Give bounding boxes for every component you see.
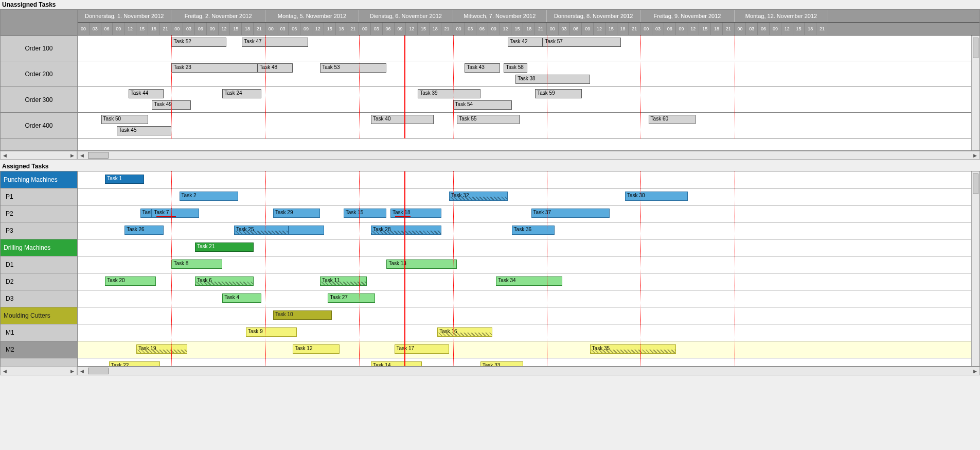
gantt-row[interactable]: Task 4Task 27 — [78, 290, 979, 307]
task-bar[interactable]: Task 21 — [195, 243, 254, 252]
hour-tick: 15 — [418, 23, 430, 35]
hour-tick: 21 — [441, 23, 453, 35]
hour-tick: 21 — [347, 23, 359, 35]
hour-tick: 15 — [230, 23, 242, 35]
hour-tick: 06 — [289, 23, 300, 35]
task-bar[interactable]: Task 57 — [543, 38, 621, 47]
task-bar[interactable]: Task 12 — [293, 344, 340, 354]
task-bar[interactable]: Task 44 — [129, 89, 164, 98]
task-bar[interactable]: Task 22 — [109, 361, 160, 366]
resource-row-label[interactable]: D2 — [1, 273, 77, 290]
order-row-label[interactable]: Order 300 — [1, 87, 77, 113]
hscroll-right-assigned[interactable]: ◀▶ — [77, 367, 980, 375]
gantt-row[interactable]: Task 8Task 13 — [78, 256, 979, 273]
task-bar[interactable]: Task 50 — [101, 115, 148, 124]
task-bar[interactable]: Task 9 — [246, 327, 297, 337]
task-bar[interactable]: Task 45 — [117, 126, 171, 135]
task-bar[interactable]: Task 7 — [152, 209, 199, 218]
task-bar[interactable]: Task 28 — [371, 226, 441, 235]
hscroll-left-unassigned[interactable]: ◀▶ — [0, 151, 77, 160]
gantt-row[interactable]: Task 21 — [78, 239, 979, 256]
gantt-row[interactable]: Task 10 — [78, 307, 979, 324]
task-bar[interactable]: Task 59 — [535, 89, 582, 98]
task-bar[interactable]: Task 10 — [273, 310, 332, 320]
task-bar[interactable]: Task 35 — [590, 344, 676, 354]
task-bar[interactable]: Task 60 — [649, 115, 696, 124]
task-bar[interactable]: Task 4 — [222, 293, 261, 303]
day-header-cell: Donnerstag, 1. November 2012 — [78, 10, 171, 22]
vscroll-unassigned[interactable] — [971, 36, 979, 150]
resource-row-label[interactable]: D3 — [1, 290, 77, 307]
task-bar[interactable]: Task 14 — [371, 361, 422, 366]
vscroll-assigned[interactable] — [971, 171, 979, 366]
task-bar[interactable]: Task 26 — [124, 226, 164, 235]
task-bar[interactable]: Task 16 — [437, 327, 492, 337]
resource-group-label[interactable]: Drilling Machines — [1, 239, 77, 256]
task-bar[interactable]: Task 17 — [395, 344, 449, 354]
task-bar[interactable]: Task 48 — [258, 63, 293, 73]
task-bar[interactable]: Task 20 — [105, 276, 156, 286]
gantt-row[interactable]: Task 26Task 25Task 28Task 36 — [78, 222, 979, 239]
task-bar[interactable]: Task 53 — [320, 63, 386, 73]
resource-row-label[interactable]: D1 — [1, 256, 77, 273]
order-row-label[interactable]: Order 400 — [1, 113, 77, 139]
task-bar[interactable]: Task 8 — [171, 259, 222, 269]
resource-row-label[interactable]: M2 — [1, 341, 77, 358]
gantt-row[interactable]: Task 2Task 32Task 30 — [78, 188, 979, 205]
task-bar[interactable]: Task 33 — [480, 361, 524, 366]
task-bar[interactable]: Task 58 — [504, 63, 527, 73]
gantt-row[interactable]: Task 22Task 14Task 33 — [78, 358, 979, 366]
task-bar[interactable]: Task 23 — [171, 63, 257, 73]
task-bar[interactable] — [289, 226, 324, 235]
task-bar[interactable]: Task 47 — [242, 38, 308, 47]
task-bar[interactable]: Task 19 — [136, 344, 187, 354]
order-row-label[interactable]: Order 200 — [1, 61, 77, 87]
order-row-label[interactable]: Order 100 — [1, 36, 77, 61]
task-bar[interactable]: Task 39 — [418, 89, 480, 98]
task-bar[interactable]: Task 34 — [496, 276, 562, 286]
task-bar[interactable]: Task 2 — [180, 192, 238, 201]
gantt-row[interactable]: Task 52Task 47Task 42Task 57 — [78, 36, 979, 61]
gantt-row[interactable]: Task 9Task 16 — [78, 324, 979, 341]
resource-group-label[interactable]: Punching Machines — [1, 171, 77, 188]
hscroll-right-unassigned[interactable]: ◀▶ — [77, 151, 980, 160]
resource-row-label[interactable]: P1 — [1, 188, 77, 205]
resource-row-label[interactable]: M1 — [1, 324, 77, 341]
resource-row-label[interactable]: P2 — [1, 205, 77, 222]
task-bar[interactable]: Task 42 — [508, 38, 543, 47]
task-bar[interactable]: Task 30 — [625, 192, 688, 201]
hour-tick: 00 — [453, 23, 465, 35]
task-bar[interactable]: Task 32 — [449, 192, 508, 201]
task-bar[interactable]: Task 52 — [171, 38, 226, 47]
task-bar[interactable]: Task 1 — [105, 175, 144, 184]
task-bar[interactable]: Task 29 — [273, 209, 320, 218]
gantt-row[interactable]: Task 19Task 12Task 17Task 35 — [78, 341, 979, 358]
task-bar[interactable]: Task 6 — [195, 276, 254, 286]
task-bar[interactable]: Task 55 — [457, 115, 520, 124]
task-bar[interactable]: Task 36 — [512, 226, 555, 235]
hscroll-left-assigned[interactable]: ◀▶ — [0, 367, 77, 375]
task-bar[interactable]: Task 25 — [234, 226, 289, 235]
gantt-row[interactable]: Task 50Task 45Task 40Task 55Task 60 — [78, 113, 979, 139]
gantt-row[interactable]: Task 3Task 7Task 29Task 15Task 18Task 37 — [78, 205, 979, 222]
task-bar[interactable]: Task 37 — [531, 209, 610, 218]
gantt-row[interactable]: Task 44Task 49Task 24Task 39Task 54Task … — [78, 87, 979, 113]
gantt-row[interactable]: Task 20Task 6Task 11Task 34 — [78, 273, 979, 290]
task-bar[interactable]: Task 40 — [371, 115, 434, 124]
hour-tick: 09 — [770, 23, 781, 35]
task-bar[interactable]: Task 3 — [140, 209, 152, 218]
task-bar[interactable]: Task 54 — [453, 100, 512, 110]
resource-group-label[interactable]: Moulding Cutters — [1, 307, 77, 324]
task-bar[interactable]: Task 24 — [222, 89, 261, 98]
task-bar[interactable]: Task 43 — [465, 63, 500, 73]
gantt-row[interactable]: Task 1 — [78, 171, 979, 188]
task-bar[interactable]: Task 15 — [344, 209, 387, 218]
task-bar[interactable]: Task 13 — [386, 259, 457, 269]
gantt-row[interactable]: Task 23Task 48Task 53Task 43Task 58Task … — [78, 61, 979, 87]
task-bar[interactable]: Task 27 — [328, 293, 375, 303]
task-bar[interactable]: Task 18 — [390, 209, 441, 218]
task-bar[interactable]: Task 11 — [320, 276, 367, 286]
hour-tick: 18 — [617, 23, 629, 35]
resource-row-label[interactable]: P3 — [1, 222, 77, 239]
task-bar[interactable]: Task 38 — [515, 75, 590, 84]
